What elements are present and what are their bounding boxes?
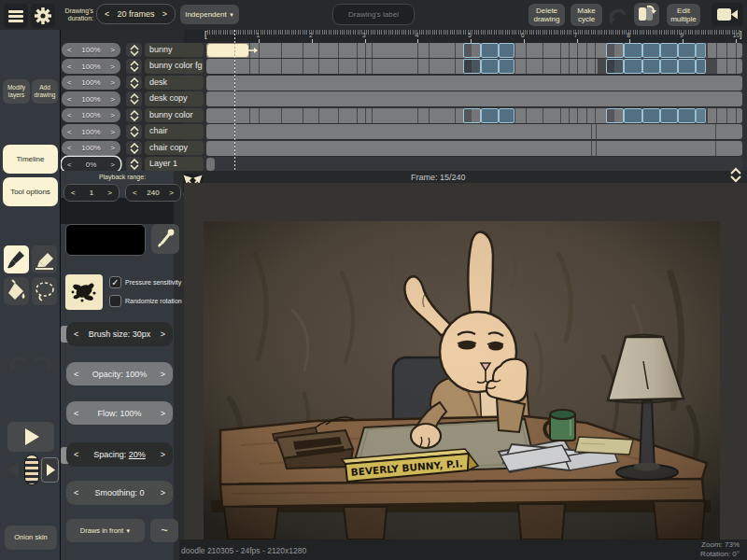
frame-cell[interactable] [463,59,481,74]
timeline-tab-button[interactable]: Timeline [3,145,58,174]
flow-stepper[interactable]: <Flow: 100%> [66,401,173,425]
randomize-rotation-checkbox[interactable] [109,295,121,307]
frame-cell[interactable] [499,59,514,74]
layer-reorder-button[interactable] [126,76,142,91]
color-swatch[interactable] [65,224,146,256]
frame-cell[interactable] [678,108,696,123]
layer-opacity-stepper[interactable]: <100%> [62,43,120,58]
layer-opacity-stepper[interactable]: <100%> [62,108,120,123]
layer-name-field[interactable]: chair copy [145,141,204,156]
layer-opacity-stepper[interactable]: <100%> [62,124,120,139]
layer-name-field[interactable]: bunny color fg [145,59,204,74]
layer-name-field[interactable]: bunny [145,43,204,58]
delete-drawing-button[interactable]: Delete drawing [529,4,565,26]
frame-cell[interactable] [598,59,606,74]
frame-cell[interactable] [481,108,499,123]
undo-redo-icons[interactable] [7,352,54,372]
layer-reorder-button[interactable] [126,59,142,74]
brush-texture-preview[interactable] [65,274,103,310]
drawing-label-field[interactable]: Drawing's label [332,4,415,25]
eyedropper-button[interactable] [151,224,179,254]
undo-icon[interactable] [608,6,628,24]
step-forward-button[interactable] [41,457,59,483]
layer-frames-strip[interactable] [206,108,742,123]
frame-cell[interactable] [696,43,706,58]
layer-reorder-button[interactable] [126,108,142,123]
flip-drawing-button[interactable] [634,3,659,26]
add-drawing-button[interactable]: Add drawing [32,79,58,104]
frame-cell[interactable] [706,59,716,74]
spacing-stepper[interactable]: <Spacing: 20%> [66,442,173,467]
layer-opacity-stepper[interactable]: <100%> [62,59,120,74]
frame-cell[interactable] [624,59,642,74]
frame-cell[interactable] [624,43,642,58]
layer-frames-strip[interactable] [206,124,742,139]
eraser-tool-button[interactable] [32,245,57,273]
edit-multiple-button[interactable]: Edit multiple [667,4,700,26]
step-back-button[interactable] [4,459,22,482]
frame-cell[interactable] [606,108,624,123]
smooth-curve-button[interactable]: ~ [150,519,178,542]
timeline-ruler[interactable]: 12345678910[] [184,30,747,43]
frame-cell[interactable] [642,59,660,74]
layer-frames-strip[interactable] [206,43,742,58]
layer-opacity-stepper[interactable]: <100%> [62,76,120,91]
layer-name-field[interactable]: Layer 1 [145,157,204,172]
frame-cell[interactable] [606,59,624,74]
fill-tool-button[interactable] [4,277,29,305]
play-button[interactable] [7,422,54,452]
layer-reorder-button[interactable] [126,124,142,139]
layer-reorder-button[interactable] [126,43,142,58]
smoothing-stepper[interactable]: <Smoothing: 0> [66,481,173,505]
frame-cell[interactable] [642,43,660,58]
layer-name-field[interactable]: bunny color [145,108,204,123]
playback-end-stepper[interactable]: <240> [125,184,181,202]
playback-start-stepper[interactable]: <1> [63,184,120,202]
frame-cell[interactable] [463,108,481,123]
artwork[interactable]: BEVERLY BUNNY, P.I. [204,221,720,539]
layer-frames-strip[interactable] [206,59,742,74]
frame-cell[interactable] [642,108,660,123]
brush-size-stepper[interactable]: <Brush size: 30px> [66,322,173,346]
layer-frames-strip[interactable] [206,91,742,106]
collapse-timeline-icon[interactable] [728,167,743,183]
frame-pill[interactable] [206,158,215,171]
selected-drawing-block[interactable] [206,43,249,58]
duration-inc[interactable]: > [162,9,167,19]
frame-cell[interactable] [624,108,642,123]
canvas-viewport[interactable]: BEVERLY BUNNY, P.I. [184,183,747,539]
frame-cell[interactable] [481,43,499,58]
onion-skin-range-slider[interactable] [24,455,39,485]
frame-cell[interactable] [660,43,678,58]
modify-layers-button[interactable]: Modify layers [3,79,30,104]
frame-cell[interactable] [499,108,514,123]
frame-cell[interactable] [463,43,481,58]
opacity-stepper[interactable]: <Opacity: 100%> [66,362,173,385]
camera-button[interactable] [712,3,743,26]
frame-cell[interactable] [678,43,696,58]
mode-dropdown[interactable]: Independent ▼ [180,5,239,24]
layer-frames-strip[interactable] [206,157,742,172]
frame-cell[interactable] [696,59,706,74]
layer-name-field[interactable]: desk [145,76,204,91]
pressure-sensitivity-checkbox[interactable]: ✓ [109,276,121,288]
drawing-extend-handle[interactable] [248,47,258,54]
layer-reorder-button[interactable] [126,157,142,172]
layer-opacity-stepper[interactable]: <100%> [62,91,120,106]
layer-name-field[interactable]: desk copy [145,91,204,106]
playhead[interactable] [234,30,235,172]
settings-button[interactable] [31,4,55,28]
layer-name-field[interactable]: chair [145,124,204,139]
frame-cell[interactable] [499,43,514,58]
brush-tool-button[interactable] [4,245,29,273]
make-cycle-button[interactable]: Make cycle [571,4,602,26]
layer-frames-strip[interactable] [206,141,742,156]
frame-cell[interactable] [696,108,706,123]
frame-cell[interactable] [678,59,696,74]
layer-reorder-button[interactable] [126,91,142,106]
layer-opacity-stepper[interactable]: <100%> [62,141,120,156]
frame-cell[interactable] [660,59,678,74]
onion-skin-button[interactable]: Onion skin [5,525,57,550]
layer-frames-strip[interactable] [206,76,742,91]
frame-cell[interactable] [481,59,499,74]
